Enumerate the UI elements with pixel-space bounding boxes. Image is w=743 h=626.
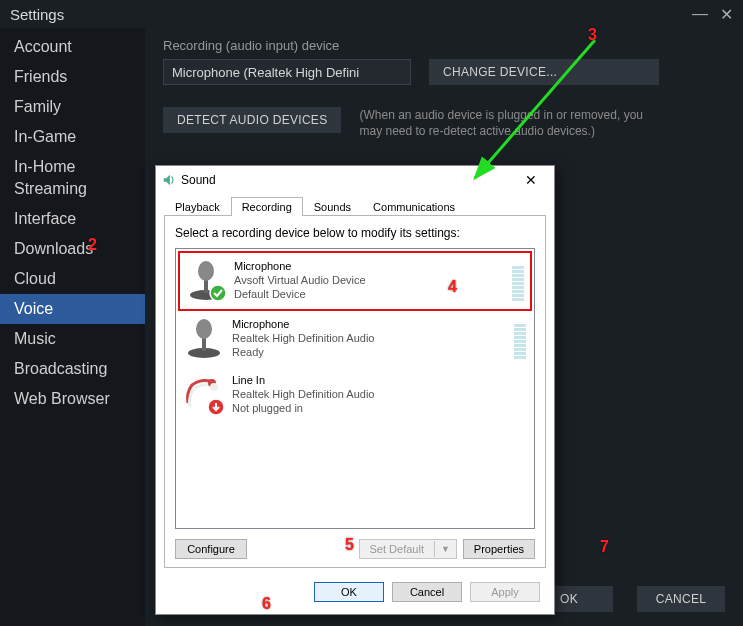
device-text: MicrophoneAvsoft Virtual Audio DeviceDef… bbox=[234, 259, 506, 301]
sidebar-item-interface[interactable]: Interface bbox=[0, 204, 145, 234]
tab-communications[interactable]: Communications bbox=[362, 197, 466, 216]
recording-tab-panel: Select a recording device below to modif… bbox=[164, 215, 546, 568]
recording-device-input[interactable]: Microphone (Realtek High Defini bbox=[163, 59, 411, 85]
sound-ok-button[interactable]: OK bbox=[314, 582, 384, 602]
device-text: Line InRealtek High Definition AudioNot … bbox=[232, 373, 508, 415]
sidebar-item-voice[interactable]: Voice bbox=[0, 294, 145, 324]
change-device-button[interactable]: CHANGE DEVICE... bbox=[429, 59, 659, 85]
recording-prompt: Select a recording device below to modif… bbox=[175, 226, 535, 240]
level-meter bbox=[514, 373, 526, 417]
microphone-icon bbox=[182, 317, 226, 361]
sidebar-item-friends[interactable]: Friends bbox=[0, 62, 145, 92]
steam-header: Settings — ✕ bbox=[0, 0, 743, 28]
configure-button[interactable]: Configure bbox=[175, 539, 247, 559]
device-text: MicrophoneRealtek High Definition AudioR… bbox=[232, 317, 508, 359]
tab-playback[interactable]: Playback bbox=[164, 197, 231, 216]
sidebar-item-web-browser[interactable]: Web Browser bbox=[0, 384, 145, 414]
microphone-icon bbox=[184, 259, 228, 303]
svg-rect-6 bbox=[202, 337, 206, 351]
close-icon[interactable]: ✕ bbox=[720, 5, 733, 24]
sidebar-item-in-home-streaming[interactable]: In-Home Streaming bbox=[0, 152, 145, 204]
sidebar-item-family[interactable]: Family bbox=[0, 92, 145, 122]
sidebar-item-broadcasting[interactable]: Broadcasting bbox=[0, 354, 145, 384]
sidebar-item-in-game[interactable]: In-Game bbox=[0, 122, 145, 152]
sound-apply-button: Apply bbox=[470, 582, 540, 602]
window-title: Settings bbox=[10, 6, 64, 23]
sidebar: AccountFriendsFamilyIn-GameIn-Home Strea… bbox=[0, 28, 145, 626]
set-default-button: Set Default▼ bbox=[359, 539, 457, 559]
svg-point-7 bbox=[196, 319, 212, 339]
sidebar-item-cloud[interactable]: Cloud bbox=[0, 264, 145, 294]
cancel-button[interactable]: CANCEL bbox=[637, 586, 725, 612]
detect-audio-button[interactable]: DETECT AUDIO DEVICES bbox=[163, 107, 341, 133]
svg-point-2 bbox=[198, 261, 214, 281]
device-row[interactable]: MicrophoneRealtek High Definition AudioR… bbox=[178, 311, 532, 367]
level-meter bbox=[512, 259, 524, 303]
device-row[interactable]: Line InRealtek High Definition AudioNot … bbox=[178, 367, 532, 423]
minimize-icon[interactable]: — bbox=[692, 5, 708, 24]
sidebar-item-downloads[interactable]: Downloads bbox=[0, 234, 145, 264]
sound-cancel-button[interactable]: Cancel bbox=[392, 582, 462, 602]
sound-tabs: PlaybackRecordingSoundsCommunications bbox=[156, 193, 554, 215]
detect-hint: (When an audio device is plugged in or r… bbox=[359, 107, 659, 139]
level-meter bbox=[514, 317, 526, 361]
sidebar-item-account[interactable]: Account bbox=[0, 32, 145, 62]
line-in-icon bbox=[182, 373, 226, 417]
svg-point-10 bbox=[210, 383, 218, 391]
properties-button[interactable]: Properties bbox=[463, 539, 535, 559]
device-row[interactable]: MicrophoneAvsoft Virtual Audio DeviceDef… bbox=[178, 251, 532, 311]
tab-recording[interactable]: Recording bbox=[231, 197, 303, 216]
recording-label: Recording (audio input) device bbox=[163, 38, 725, 53]
sidebar-item-music[interactable]: Music bbox=[0, 324, 145, 354]
sound-close-button[interactable]: ✕ bbox=[516, 168, 546, 192]
device-list: MicrophoneAvsoft Virtual Audio DeviceDef… bbox=[175, 248, 535, 529]
svg-point-4 bbox=[210, 285, 226, 301]
speaker-icon bbox=[162, 173, 176, 187]
svg-rect-1 bbox=[204, 279, 208, 293]
tab-sounds[interactable]: Sounds bbox=[303, 197, 362, 216]
sound-dialog-title: Sound bbox=[181, 173, 216, 187]
sound-dialog: Sound ✕ PlaybackRecordingSoundsCommunica… bbox=[155, 165, 555, 615]
